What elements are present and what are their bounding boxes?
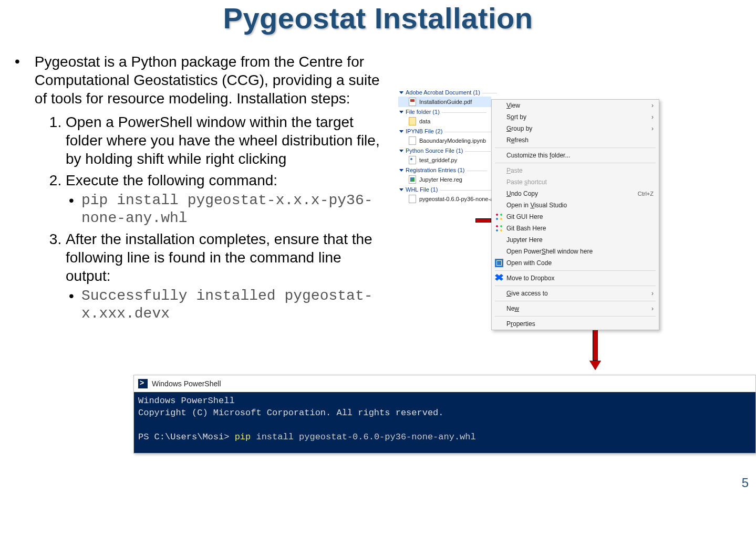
steps-list: Open a PowerShell window within the targ… (5, 113, 389, 322)
menu-item[interactable]: Properties (492, 318, 659, 330)
powershell-title: Windows PowerShell (152, 380, 221, 388)
step-2-code: pip install pygeostat-x.x.x-py36-none-an… (81, 192, 389, 227)
menu-item[interactable]: Group by› (492, 123, 659, 134)
menu-item[interactable]: Open PowerShell window here (492, 246, 659, 257)
chevron-right-icon: › (651, 305, 654, 312)
menu-item-label: Sort by (506, 113, 526, 121)
intro-text: Pygeostat is a Python package from the C… (35, 52, 389, 108)
menu-item-label: Open PowerShell window here (506, 248, 593, 255)
menu-separator (495, 301, 656, 301)
slide-title: Pygeostat Installation (0, 1, 756, 35)
menu-item-label: Group by (506, 125, 532, 132)
file-label: Jupyter Here.reg (419, 176, 462, 183)
menu-separator (495, 147, 656, 148)
context-menu: View›Sort by›Group by›RefreshCustomize t… (491, 99, 659, 330)
dropbox-icon (495, 274, 503, 282)
folder-icon (409, 117, 416, 125)
menu-separator (495, 270, 656, 271)
menu-item-label: Jupyter Here (506, 236, 543, 244)
bullet-icon: • (5, 52, 35, 108)
file-item: Jupyter Here.reg (398, 174, 491, 185)
menu-item-label: Git Bash Here (506, 225, 546, 232)
menu-item[interactable]: Git Bash Here (492, 223, 659, 234)
file-label: InstallationGuide.pdf (419, 99, 472, 105)
menu-item[interactable]: New› (492, 303, 659, 314)
py-icon (409, 156, 416, 164)
powershell-body: Windows PowerShell Copyright (C) Microso… (134, 392, 755, 453)
group-header: Adobe Acrobat Document (1) (398, 88, 491, 97)
git-icon (495, 213, 503, 221)
ps-args: install pygeostat-0.6.0-py36-none-any.wh… (251, 432, 475, 442)
menu-item[interactable]: Give access to› (492, 288, 659, 299)
file-item: InstallationGuide.pdf (398, 97, 491, 107)
chevron-right-icon: › (651, 125, 654, 132)
menu-item[interactable]: View› (492, 100, 659, 111)
step-3: After the installation completes, ensure… (66, 230, 389, 322)
powershell-logo-icon (138, 379, 148, 388)
file-label: BaoundaryModeling.ipynb (419, 138, 486, 144)
menu-item-label: Paste shortcut (506, 178, 547, 186)
step-1: Open a PowerShell window within the targ… (66, 113, 389, 168)
menu-separator (495, 316, 656, 317)
menu-item: Paste shortcut (492, 176, 659, 188)
group-header: WHL File (1) (398, 185, 491, 194)
group-header: Python Source File (1) (398, 146, 491, 155)
explorer-screenshot: Adobe Acrobat Document (1)InstallationGu… (398, 88, 660, 204)
menu-separator (495, 286, 656, 286)
code-icon (495, 259, 503, 267)
page-number: 5 (742, 476, 749, 490)
group-header: IPYNB File (2) (398, 127, 491, 135)
content-area: • Pygeostat is a Python package from the… (5, 52, 389, 325)
group-header: File folder (1) (398, 107, 491, 116)
pdf-icon (409, 98, 416, 106)
menu-item-label: View (506, 102, 520, 109)
chevron-right-icon: › (651, 290, 654, 297)
file-icon (409, 195, 416, 203)
menu-separator (495, 163, 656, 163)
menu-item-label: Move to Dropbox (506, 275, 554, 282)
menu-item-label: Properties (506, 320, 535, 328)
menu-item[interactable]: Refresh (492, 134, 659, 146)
group-header: Registration Entries (1) (398, 165, 491, 174)
chevron-right-icon: › (651, 113, 654, 121)
file-item: test_griddef.py (398, 155, 491, 165)
file-item: pygeostat-0.6.0-py36-none-any.w (398, 194, 491, 204)
menu-item-label: New (506, 305, 519, 312)
reg-icon (409, 175, 416, 184)
menu-item[interactable]: Git GUI Here (492, 211, 659, 223)
menu-shortcut: Ctrl+Z (638, 191, 654, 197)
file-label: data (419, 118, 430, 124)
file-icon (409, 136, 416, 145)
menu-item-label: Git GUI Here (506, 213, 543, 220)
file-item: BaoundaryModeling.ipynb (398, 135, 491, 146)
step-2: Execute the following command: pip insta… (66, 171, 389, 227)
step-2-text: Execute the following command: (66, 172, 277, 188)
menu-item[interactable]: Jupyter Here (492, 234, 659, 246)
menu-item-label: Refresh (506, 136, 529, 144)
menu-item-label: Open in Visual Studio (506, 202, 567, 209)
menu-item[interactable]: Open in Visual Studio (492, 199, 659, 211)
file-item: data (398, 116, 491, 127)
menu-item-label: Customize this folder... (506, 152, 570, 159)
menu-item[interactable]: Move to Dropbox (492, 272, 659, 284)
menu-item-label: Open with Code (506, 259, 552, 267)
ps-command: pip (235, 432, 251, 442)
git-icon (495, 224, 503, 233)
menu-item-label: Undo Copy (506, 190, 538, 197)
step-3-code: Successfully installed pygeostat-x.xxx.d… (81, 287, 389, 322)
menu-item[interactable]: Open with Code (492, 257, 659, 269)
chevron-right-icon: › (651, 102, 654, 109)
step-3-text: After the installation completes, ensure… (66, 231, 372, 284)
menu-item[interactable]: Sort by› (492, 111, 659, 123)
menu-item[interactable]: Undo CopyCtrl+Z (492, 188, 659, 199)
menu-item-label: Give access to (506, 290, 548, 297)
menu-item: Paste (492, 165, 659, 176)
file-label: test_griddef.py (419, 157, 457, 163)
menu-item-label: Paste (506, 167, 523, 174)
menu-item[interactable]: Customize this folder... (492, 150, 659, 161)
powershell-titlebar: Windows PowerShell (134, 375, 755, 392)
powershell-window: Windows PowerShell Windows PowerShell Co… (133, 375, 756, 454)
